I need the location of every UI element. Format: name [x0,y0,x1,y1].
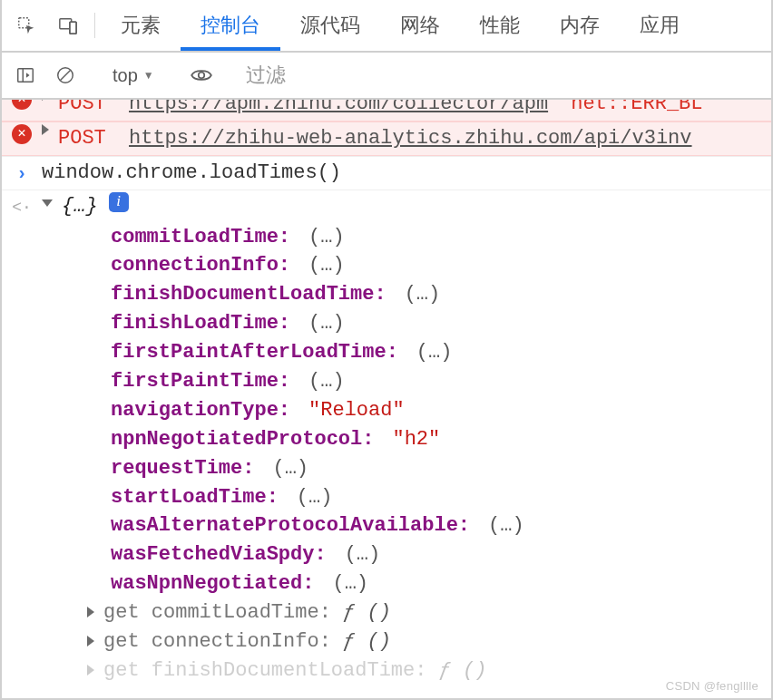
property-value[interactable]: (…) [405,283,441,306]
object-property[interactable]: navigationType:"Reload" [111,396,771,425]
svg-line-7 [61,71,71,81]
tab-console[interactable]: 控制台 [181,0,280,51]
property-value[interactable]: (…) [345,543,381,566]
inspect-element-icon[interactable] [5,0,47,51]
object-property[interactable]: wasNpnNegotiated:(…) [111,569,771,598]
expand-arrow-icon[interactable] [42,124,49,135]
object-getter[interactable]: get finishDocumentLoadTime: ƒ () [87,656,771,685]
console-output: ✕ POST https://apm.zhihu.com/collector/a… [2,100,771,698]
svg-point-8 [198,73,204,79]
getter-name: get commitLoadTime: [103,601,343,624]
error-icon: ✕ [12,100,32,110]
execution-context-select[interactable]: top ▼ [103,62,164,90]
property-key: npnNegotiatedProtocol: [111,428,374,451]
prompt-icon: › [16,160,27,187]
property-value[interactable]: "h2" [392,428,440,451]
svg-rect-4 [18,69,34,83]
console-error-row[interactable]: ✕ POST https://zhihu-web-analytics.zhihu… [2,122,771,156]
property-key: startLoadTime: [111,486,279,509]
collapse-arrow-icon[interactable] [42,199,53,207]
toggle-sidebar-icon[interactable] [7,65,44,85]
property-key: wasAlternateProtocolAvailable: [111,514,470,537]
property-key: wasNpnNegotiated: [111,572,314,595]
device-toolbar-icon[interactable] [47,0,89,51]
console-error-row[interactable]: ✕ POST https://apm.zhihu.com/collector/a… [2,100,771,122]
property-key: finishLoadTime: [111,312,290,335]
property-key: firstPaintAfterLoadTime: [111,341,398,364]
object-properties: commitLoadTime:(…)connectionInfo:(…)fini… [2,223,771,685]
tab-memory[interactable]: 内存 [540,0,620,51]
devtools-tabbar: 元素 控制台 源代码 网络 性能 内存 应用 [2,0,771,53]
property-value[interactable]: (…) [272,457,308,480]
property-value[interactable]: (…) [308,254,345,277]
separator [94,13,95,38]
result-icon: <· [12,196,32,219]
property-key: finishDocumentLoadTime: [111,283,386,306]
property-value[interactable]: (…) [308,312,345,335]
object-property[interactable]: firstPaintTime:(…) [111,367,771,396]
property-key: wasFetchedViaSpdy: [111,543,327,566]
http-method: POST [58,124,106,153]
property-key: firstPaintTime: [111,370,290,393]
expand-arrow-icon[interactable] [87,607,94,617]
expand-arrow-icon[interactable] [87,665,94,676]
request-url[interactable]: https://zhihu-web-analytics.zhihu.com/ap… [129,124,692,153]
object-property[interactable]: npnNegotiatedProtocol:"h2" [111,425,771,454]
property-value[interactable]: (…) [416,341,453,364]
property-key: requestTime: [111,457,254,480]
live-expression-icon[interactable] [183,63,220,87]
object-property[interactable]: connectionInfo:(…) [111,251,771,280]
object-property[interactable]: requestTime:(…) [111,454,771,483]
tab-performance[interactable]: 性能 [460,0,540,51]
tab-elements[interactable]: 元素 [101,0,181,51]
property-key: connectionInfo: [111,254,290,277]
error-code: net::ERR_BL [571,100,702,119]
property-value[interactable]: (…) [332,572,368,595]
object-property[interactable]: startLoadTime:(…) [111,483,771,512]
property-value[interactable]: "Reload" [308,399,405,422]
object-property[interactable]: wasAlternateProtocolAvailable:(…) [111,511,771,540]
property-key: commitLoadTime: [111,226,290,248]
object-property[interactable]: finishDocumentLoadTime:(…) [111,280,771,309]
getter-name: get finishDocumentLoadTime: [103,659,439,682]
console-input-row[interactable]: › window.chrome.loadTimes() [2,156,771,190]
chevron-down-icon: ▼ [143,69,154,82]
http-method: POST [58,100,106,119]
tab-network[interactable]: 网络 [380,0,460,51]
property-value[interactable]: (…) [297,486,333,509]
function-signature: ƒ () [343,630,391,653]
console-result-row[interactable]: <· {…} i [2,190,771,223]
svg-rect-2 [70,22,76,34]
request-url[interactable]: https://apm.zhihu.com/collector/apm [129,100,548,119]
object-property[interactable]: finishLoadTime:(…) [111,309,771,338]
function-signature: ƒ () [439,659,487,682]
tab-application[interactable]: 应用 [620,0,700,51]
console-input-text: window.chrome.loadTimes() [42,159,341,188]
object-summary[interactable]: {…} [62,192,98,221]
property-value[interactable]: (…) [308,226,345,248]
clear-console-icon[interactable] [47,65,83,85]
object-getter[interactable]: get commitLoadTime: ƒ () [87,598,771,627]
console-toolbar: top ▼ [2,53,771,100]
error-icon: ✕ [12,124,32,144]
object-property[interactable]: firstPaintAfterLoadTime:(…) [111,338,771,367]
filter-input[interactable] [239,60,766,91]
tab-sources[interactable]: 源代码 [280,0,380,51]
function-signature: ƒ () [343,601,391,624]
property-key: navigationType: [111,399,290,422]
object-getter[interactable]: get connectionInfo: ƒ () [87,627,771,656]
expand-arrow-icon[interactable] [87,636,94,647]
object-property[interactable]: wasFetchedViaSpdy:(…) [111,540,771,569]
context-label: top [113,65,138,86]
info-icon[interactable]: i [109,192,129,212]
property-value[interactable]: (…) [488,514,524,537]
property-value[interactable]: (…) [308,370,345,393]
expand-arrow-icon[interactable] [42,100,49,101]
getter-name: get connectionInfo: [103,630,343,653]
object-property[interactable]: commitLoadTime:(…) [111,223,771,252]
